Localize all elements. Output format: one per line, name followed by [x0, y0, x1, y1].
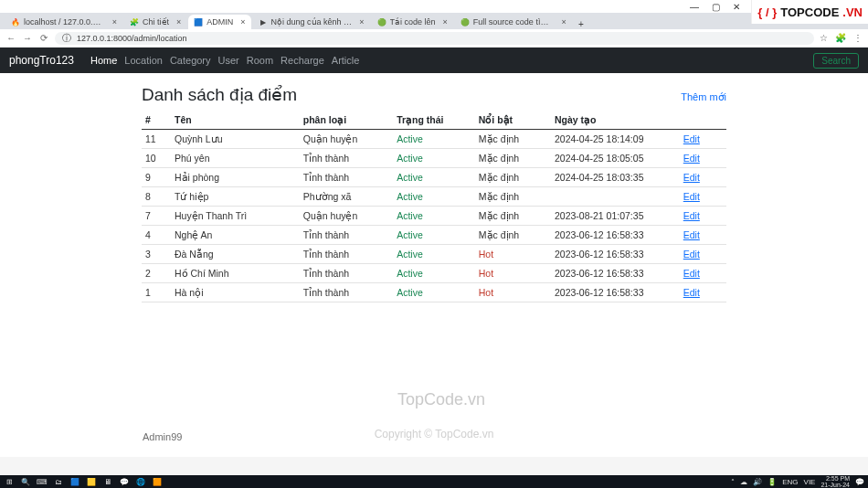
- cell-type: Tỉnh thành: [300, 245, 393, 264]
- tray-icon[interactable]: 🔊: [753, 478, 762, 486]
- cell-type: Tỉnh thành: [300, 264, 393, 283]
- search-button[interactable]: Search: [813, 53, 859, 69]
- edit-link[interactable]: Edit: [683, 153, 700, 164]
- cell-actions: Edit: [680, 130, 726, 149]
- cell-name: Phú yên: [171, 149, 300, 168]
- taskbar-app-icon[interactable]: 🟦: [69, 476, 80, 487]
- cell-id: 4: [142, 226, 171, 245]
- browser-tab[interactable]: 🟢Tải code lên×: [372, 15, 453, 29]
- taskbar-app-icon[interactable]: 💬: [119, 476, 130, 487]
- windows-taskbar: ⊞🔍⌨🗂🟦🟨🖥💬🌐🟧 ˄☁🔊🔋ENGVIE2:55 PM21-Jun-24💬: [0, 475, 868, 488]
- taskbar-app-icon[interactable]: 🔍: [20, 476, 31, 487]
- location-table: #Tênphân loạiTrạng tháiNổi bậtNgày tạo 1…: [142, 111, 726, 302]
- url-text: 127.0.0.1:8000/admin/location: [77, 34, 807, 43]
- reload-button[interactable]: ⟳: [38, 33, 49, 43]
- cell-status: Active: [393, 130, 475, 149]
- column-header: phân loại: [300, 111, 393, 130]
- table-row: 4Nghệ AnTỉnh thànhActiveMặc định2023-06-…: [142, 226, 726, 245]
- cell-status: Active: [393, 168, 475, 187]
- tray-icon[interactable]: ENG: [782, 478, 798, 486]
- new-tab-button[interactable]: +: [574, 19, 588, 29]
- column-header: Trạng thái: [393, 111, 475, 130]
- cell-id: 10: [142, 149, 171, 168]
- nav-link-recharge[interactable]: Recharge: [281, 55, 324, 66]
- browser-tab[interactable]: 🟦ADMIN×: [188, 15, 250, 29]
- cell-created: 2023-06-12 16:58:33: [551, 283, 680, 302]
- tray-icon[interactable]: 🔋: [767, 478, 777, 486]
- app-navbar: phongTro123 HomeLocationCategoryUserRoom…: [0, 48, 868, 73]
- site-info-icon[interactable]: ⓘ: [62, 32, 71, 45]
- browser-tab[interactable]: 🧩Chi tiết×: [124, 15, 186, 29]
- nav-link-category[interactable]: Category: [170, 55, 211, 66]
- taskbar-app-icon[interactable]: 🟨: [86, 476, 97, 487]
- cell-status: Active: [393, 264, 475, 283]
- tab-close-icon[interactable]: ×: [443, 17, 448, 27]
- taskbar-app-icon[interactable]: ⌨: [37, 476, 48, 487]
- cell-created: 2024-04-25 18:05:05: [551, 149, 680, 168]
- tray-icon[interactable]: ˄: [731, 478, 735, 486]
- browser-tab[interactable]: 🟢Full source code tìm kiếm phò…×: [455, 15, 572, 29]
- cell-id: 2: [142, 264, 171, 283]
- table-row: 3Đà NẵngTỉnh thànhActiveHot2023-06-12 16…: [142, 245, 726, 264]
- cell-type: Tỉnh thành: [300, 283, 393, 302]
- tab-favicon-icon: 🧩: [130, 17, 139, 27]
- browser-tab[interactable]: ▶Nội dung của kênh - YouTube …×: [253, 15, 370, 29]
- tab-close-icon[interactable]: ×: [176, 17, 181, 27]
- cell-created: [551, 187, 680, 207]
- start-button-icon[interactable]: ⊞: [4, 476, 15, 487]
- tab-favicon-icon: ▶: [259, 17, 268, 27]
- nav-link-room[interactable]: Room: [247, 55, 273, 66]
- window-close-button[interactable]: ✕: [733, 2, 740, 12]
- tab-close-icon[interactable]: ×: [240, 17, 245, 27]
- forward-button[interactable]: →: [22, 33, 33, 43]
- tab-title: Full source code tìm kiếm phò…: [473, 17, 555, 27]
- back-button[interactable]: ←: [5, 33, 16, 43]
- add-new-link[interactable]: Thêm mới: [681, 91, 726, 103]
- tab-close-icon[interactable]: ×: [112, 17, 117, 27]
- window-minimize-button[interactable]: —: [690, 2, 699, 12]
- app-brand[interactable]: phongTro123: [9, 54, 74, 67]
- taskbar-app-icon[interactable]: 🌐: [135, 476, 146, 487]
- cell-actions: Edit: [680, 207, 726, 226]
- extensions-icon[interactable]: 🧩: [835, 33, 846, 43]
- browser-tab[interactable]: 🔥localhost / 127.0.0.1 / seri_pho×: [5, 15, 122, 29]
- cell-featured: Mặc định: [475, 130, 551, 149]
- edit-link[interactable]: Edit: [683, 172, 700, 183]
- cell-type: Tỉnh thành: [300, 226, 393, 245]
- nav-link-location[interactable]: Location: [124, 55, 163, 66]
- edit-link[interactable]: Edit: [683, 210, 700, 221]
- taskbar-app-icon[interactable]: 🟧: [152, 476, 163, 487]
- cell-id: 11: [142, 130, 171, 149]
- tray-icon[interactable]: ☁: [740, 478, 747, 486]
- table-row: 8Tứ hiệpPhường xãActiveMặc địnhEdit: [142, 187, 726, 207]
- cell-actions: Edit: [680, 168, 726, 187]
- tab-title: Nội dung của kênh - YouTube …: [271, 17, 353, 27]
- omnibox[interactable]: ⓘ 127.0.0.1:8000/admin/location: [55, 32, 814, 45]
- notifications-icon[interactable]: 💬: [855, 478, 864, 486]
- taskbar-app-icon[interactable]: 🖥: [102, 476, 113, 487]
- browser-menu-icon[interactable]: ⋮: [853, 33, 863, 43]
- tray-icon[interactable]: VIE: [804, 478, 816, 486]
- edit-link[interactable]: Edit: [683, 268, 700, 279]
- table-row: 1Hà nộiTỉnh thànhActiveHot2023-06-12 16:…: [142, 283, 726, 302]
- taskbar-clock[interactable]: 2:55 PM21-Jun-24: [820, 475, 850, 488]
- edit-link[interactable]: Edit: [683, 287, 700, 298]
- window-maximize-button[interactable]: ▢: [712, 2, 720, 12]
- column-header: Nổi bật: [475, 111, 551, 130]
- edit-link[interactable]: Edit: [683, 133, 700, 144]
- tab-close-icon[interactable]: ×: [359, 17, 364, 27]
- column-header: [680, 111, 726, 130]
- edit-link[interactable]: Edit: [683, 249, 700, 260]
- nav-link-home[interactable]: Home: [90, 55, 117, 66]
- nav-link-user[interactable]: User: [218, 55, 239, 66]
- tab-close-icon[interactable]: ×: [562, 17, 566, 27]
- nav-link-article[interactable]: Article: [332, 55, 360, 66]
- cell-name: Tứ hiệp: [171, 187, 300, 207]
- browser-tabstrip: 🔥localhost / 127.0.0.1 / seri_pho×🧩Chi t…: [0, 13, 868, 29]
- cell-created: 2023-06-12 16:58:33: [551, 245, 680, 264]
- taskbar-app-icon[interactable]: 🗂: [53, 476, 64, 487]
- bookmark-star-icon[interactable]: ☆: [820, 33, 828, 43]
- edit-link[interactable]: Edit: [683, 229, 700, 240]
- brandmark-name: TOPCODE: [780, 5, 839, 19]
- edit-link[interactable]: Edit: [683, 191, 700, 202]
